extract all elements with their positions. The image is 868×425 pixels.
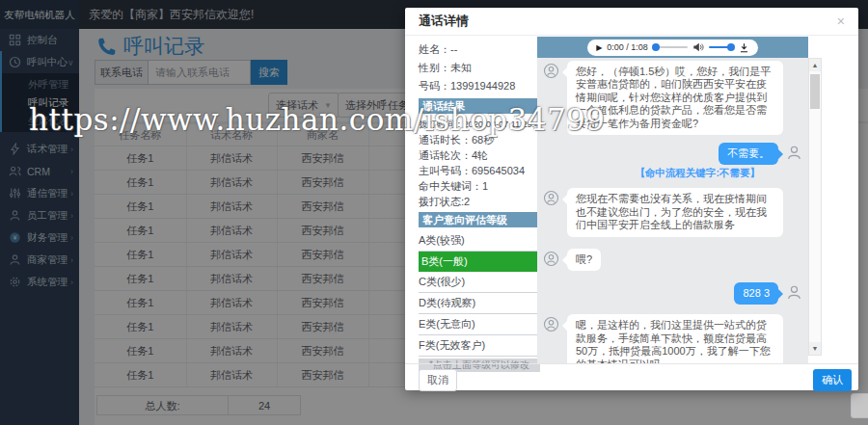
field-caller-number: 主叫号码：695645034 xyxy=(419,163,540,178)
keyword-hit-text: 【命中流程关键字:不需要】 xyxy=(543,167,802,180)
field-dial-status: 拨打状态:2 xyxy=(419,194,540,209)
chat-panel: ▶ 0:00 / 1:08 xyxy=(537,37,808,363)
bot-avatar-icon xyxy=(543,251,559,267)
play-icon[interactable]: ▶ xyxy=(596,43,602,52)
chat-bubble: 嗯，是这样的，我们这里提供一站式的贷款服务，手续简单下款快，额度信贷最高50万，… xyxy=(567,314,783,363)
modal-title: 通话详情 xyxy=(419,13,469,30)
volume-slider[interactable] xyxy=(709,46,734,48)
scroll-up-arrow[interactable]: ▲ xyxy=(809,59,821,71)
modal-footer: 取消 确认 xyxy=(405,363,858,391)
rating-b-selected[interactable]: B类(一般) xyxy=(419,252,540,272)
call-detail-modal: 通话详情 × 姓名：-- 性别：未知 号码：13991944928 通话结果 拨… xyxy=(405,8,858,390)
chat-bubble: 828 3 xyxy=(734,282,778,305)
field-name: 姓名：-- xyxy=(419,40,540,59)
chat-bubble: 不需要。 xyxy=(719,143,778,165)
audio-time: 0:00 / 1:08 xyxy=(607,42,648,52)
progress-slider[interactable] xyxy=(653,46,688,48)
bot-avatar-icon xyxy=(543,190,559,206)
chat-message-bot: 喂? xyxy=(543,249,802,271)
rating-e[interactable]: E类(无意向) xyxy=(419,314,540,335)
field-rounds: 通话轮次：4轮 xyxy=(419,147,540,163)
chat-scrollbar[interactable]: ▲ ▼ xyxy=(808,58,822,356)
rating-d[interactable]: D类(待观察) xyxy=(419,293,540,314)
chat-message-user: 828 3 xyxy=(543,282,802,305)
scroll-down-arrow[interactable]: ▼ xyxy=(809,342,821,355)
chat-message-bot: 您好，（停顿1.5秒）哎，您好，我们是平安普惠信贷部的，咱们陕西西安平安在疫情期… xyxy=(543,61,802,135)
confirm-button[interactable]: 确认 xyxy=(813,369,852,391)
field-dial-time: 拨打时间：2020-03-07 11:29:44 xyxy=(419,117,540,132)
download-icon[interactable] xyxy=(739,42,749,53)
bot-avatar-icon xyxy=(543,63,559,79)
cancel-button[interactable]: 取消 xyxy=(419,369,457,391)
field-duration: 通话时长：68秒 xyxy=(419,132,540,147)
call-info-panel: 姓名：-- 性别：未知 号码：13991944928 通话结果 拨打时间：202… xyxy=(419,40,540,372)
chat-bubble: 您现在不需要也没有关系，现在疫情期间也不建议您出门，为了您的安全，现在我们中国平… xyxy=(567,188,783,236)
chat-message-bot: 您现在不需要也没有关系，现在疫情期间也不建议您出门，为了您的安全，现在我们中国平… xyxy=(543,188,802,236)
user-avatar-icon xyxy=(786,284,802,301)
chat-message-bot: 嗯，是这样的，我们这里提供一站式的贷款服务，手续简单下款快，额度信贷最高50万，… xyxy=(543,314,802,363)
close-icon[interactable]: × xyxy=(837,14,845,28)
bot-avatar-icon xyxy=(543,316,559,332)
modal-header: 通话详情 × xyxy=(405,8,858,36)
field-gender: 性别：未知 xyxy=(419,59,540,77)
chat-bubble: 喂? xyxy=(567,249,601,271)
corner-widget xyxy=(851,393,868,418)
field-number: 号码：13991944928 xyxy=(419,77,540,95)
chat-message-user: 不需要。 xyxy=(543,143,802,165)
scrollbar-thumb[interactable] xyxy=(810,74,820,109)
chat-bubble: 您好，（停顿1.5秒）哎，您好，我们是平安普惠信贷部的，咱们陕西西安平安在疫情期… xyxy=(567,61,783,135)
rating-a[interactable]: A类(较强) xyxy=(419,230,540,252)
section-rating: 客户意向评估等级 xyxy=(419,212,540,227)
speaker-icon[interactable] xyxy=(692,41,704,53)
rating-c[interactable]: C类(很少) xyxy=(419,272,540,293)
audio-player-bar: ▶ 0:00 / 1:08 xyxy=(537,37,808,58)
field-keywords-hit: 命中关键词：1 xyxy=(419,178,540,194)
user-avatar-icon xyxy=(786,145,802,161)
section-call-result: 通话结果 xyxy=(419,98,540,114)
app-window: 友帮电销机器人 控制台 呼叫中心 ∨ 外呼管理 xyxy=(0,0,868,425)
chat-transcript: 您好，（停顿1.5秒）哎，您好，我们是平安普惠信贷部的，咱们陕西西安平安在疫情期… xyxy=(537,58,808,363)
audio-player: ▶ 0:00 / 1:08 xyxy=(587,40,758,56)
rating-f[interactable]: F类(无效客户) xyxy=(419,335,540,357)
